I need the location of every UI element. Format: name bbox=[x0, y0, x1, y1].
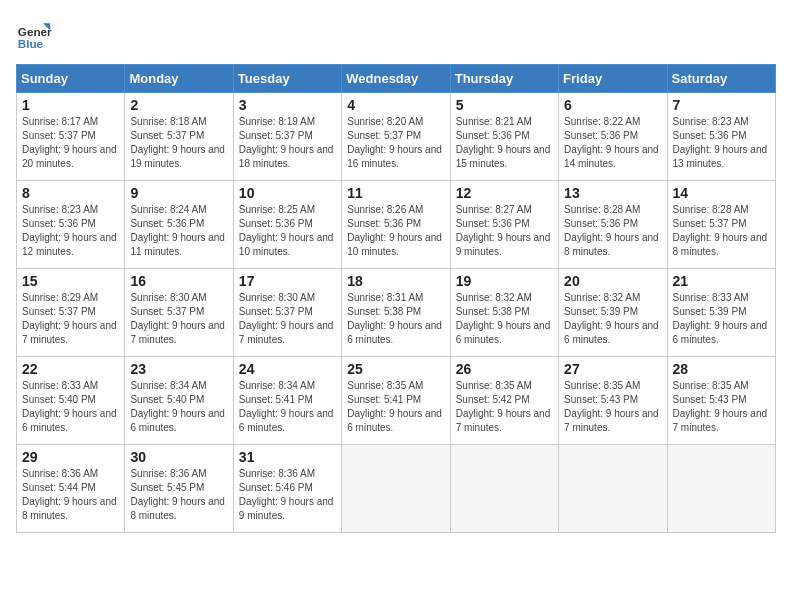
day-cell-14: 14Sunrise: 8:28 AMSunset: 5:37 PMDayligh… bbox=[667, 181, 775, 269]
cell-detail: Sunrise: 8:23 AMSunset: 5:36 PMDaylight:… bbox=[673, 115, 770, 171]
cell-detail: Sunrise: 8:26 AMSunset: 5:36 PMDaylight:… bbox=[347, 203, 444, 259]
day-cell-3: 3Sunrise: 8:19 AMSunset: 5:37 PMDaylight… bbox=[233, 93, 341, 181]
day-number: 7 bbox=[673, 97, 770, 113]
day-cell-5: 5Sunrise: 8:21 AMSunset: 5:36 PMDaylight… bbox=[450, 93, 558, 181]
day-cell-6: 6Sunrise: 8:22 AMSunset: 5:36 PMDaylight… bbox=[559, 93, 667, 181]
cell-detail: Sunrise: 8:35 AMSunset: 5:42 PMDaylight:… bbox=[456, 379, 553, 435]
day-number: 30 bbox=[130, 449, 227, 465]
day-cell-10: 10Sunrise: 8:25 AMSunset: 5:36 PMDayligh… bbox=[233, 181, 341, 269]
calendar-row: 29Sunrise: 8:36 AMSunset: 5:44 PMDayligh… bbox=[17, 445, 776, 533]
cell-detail: Sunrise: 8:35 AMSunset: 5:43 PMDaylight:… bbox=[673, 379, 770, 435]
cell-detail: Sunrise: 8:20 AMSunset: 5:37 PMDaylight:… bbox=[347, 115, 444, 171]
day-number: 24 bbox=[239, 361, 336, 377]
svg-text:Blue: Blue bbox=[18, 37, 44, 50]
day-cell-15: 15Sunrise: 8:29 AMSunset: 5:37 PMDayligh… bbox=[17, 269, 125, 357]
day-number: 21 bbox=[673, 273, 770, 289]
cell-detail: Sunrise: 8:18 AMSunset: 5:37 PMDaylight:… bbox=[130, 115, 227, 171]
cell-detail: Sunrise: 8:28 AMSunset: 5:36 PMDaylight:… bbox=[564, 203, 661, 259]
day-cell-31: 31Sunrise: 8:36 AMSunset: 5:46 PMDayligh… bbox=[233, 445, 341, 533]
cell-detail: Sunrise: 8:22 AMSunset: 5:36 PMDaylight:… bbox=[564, 115, 661, 171]
day-cell-9: 9Sunrise: 8:24 AMSunset: 5:36 PMDaylight… bbox=[125, 181, 233, 269]
day-number: 10 bbox=[239, 185, 336, 201]
day-number: 25 bbox=[347, 361, 444, 377]
day-number: 31 bbox=[239, 449, 336, 465]
day-cell-26: 26Sunrise: 8:35 AMSunset: 5:42 PMDayligh… bbox=[450, 357, 558, 445]
calendar-row: 8Sunrise: 8:23 AMSunset: 5:36 PMDaylight… bbox=[17, 181, 776, 269]
day-cell-19: 19Sunrise: 8:32 AMSunset: 5:38 PMDayligh… bbox=[450, 269, 558, 357]
day-number: 5 bbox=[456, 97, 553, 113]
day-number: 13 bbox=[564, 185, 661, 201]
empty-cell bbox=[667, 445, 775, 533]
day-cell-13: 13Sunrise: 8:28 AMSunset: 5:36 PMDayligh… bbox=[559, 181, 667, 269]
cell-detail: Sunrise: 8:30 AMSunset: 5:37 PMDaylight:… bbox=[239, 291, 336, 347]
day-number: 18 bbox=[347, 273, 444, 289]
cell-detail: Sunrise: 8:36 AMSunset: 5:44 PMDaylight:… bbox=[22, 467, 119, 523]
cell-detail: Sunrise: 8:17 AMSunset: 5:37 PMDaylight:… bbox=[22, 115, 119, 171]
calendar-row: 22Sunrise: 8:33 AMSunset: 5:40 PMDayligh… bbox=[17, 357, 776, 445]
day-number: 15 bbox=[22, 273, 119, 289]
day-number: 17 bbox=[239, 273, 336, 289]
cell-detail: Sunrise: 8:33 AMSunset: 5:40 PMDaylight:… bbox=[22, 379, 119, 435]
day-number: 27 bbox=[564, 361, 661, 377]
cell-detail: Sunrise: 8:29 AMSunset: 5:37 PMDaylight:… bbox=[22, 291, 119, 347]
day-cell-16: 16Sunrise: 8:30 AMSunset: 5:37 PMDayligh… bbox=[125, 269, 233, 357]
weekday-saturday: Saturday bbox=[667, 65, 775, 93]
day-cell-4: 4Sunrise: 8:20 AMSunset: 5:37 PMDaylight… bbox=[342, 93, 450, 181]
weekday-monday: Monday bbox=[125, 65, 233, 93]
day-cell-24: 24Sunrise: 8:34 AMSunset: 5:41 PMDayligh… bbox=[233, 357, 341, 445]
weekday-wednesday: Wednesday bbox=[342, 65, 450, 93]
day-cell-17: 17Sunrise: 8:30 AMSunset: 5:37 PMDayligh… bbox=[233, 269, 341, 357]
cell-detail: Sunrise: 8:25 AMSunset: 5:36 PMDaylight:… bbox=[239, 203, 336, 259]
cell-detail: Sunrise: 8:32 AMSunset: 5:39 PMDaylight:… bbox=[564, 291, 661, 347]
cell-detail: Sunrise: 8:36 AMSunset: 5:45 PMDaylight:… bbox=[130, 467, 227, 523]
weekday-sunday: Sunday bbox=[17, 65, 125, 93]
day-cell-7: 7Sunrise: 8:23 AMSunset: 5:36 PMDaylight… bbox=[667, 93, 775, 181]
cell-detail: Sunrise: 8:31 AMSunset: 5:38 PMDaylight:… bbox=[347, 291, 444, 347]
day-number: 11 bbox=[347, 185, 444, 201]
day-cell-18: 18Sunrise: 8:31 AMSunset: 5:38 PMDayligh… bbox=[342, 269, 450, 357]
calendar-row: 15Sunrise: 8:29 AMSunset: 5:37 PMDayligh… bbox=[17, 269, 776, 357]
calendar: SundayMondayTuesdayWednesdayThursdayFrid… bbox=[16, 64, 776, 533]
cell-detail: Sunrise: 8:35 AMSunset: 5:41 PMDaylight:… bbox=[347, 379, 444, 435]
day-number: 19 bbox=[456, 273, 553, 289]
day-cell-27: 27Sunrise: 8:35 AMSunset: 5:43 PMDayligh… bbox=[559, 357, 667, 445]
header: General Blue bbox=[16, 16, 776, 52]
day-number: 9 bbox=[130, 185, 227, 201]
day-number: 1 bbox=[22, 97, 119, 113]
logo: General Blue bbox=[16, 16, 52, 52]
empty-cell bbox=[559, 445, 667, 533]
weekday-friday: Friday bbox=[559, 65, 667, 93]
cell-detail: Sunrise: 8:36 AMSunset: 5:46 PMDaylight:… bbox=[239, 467, 336, 523]
day-cell-29: 29Sunrise: 8:36 AMSunset: 5:44 PMDayligh… bbox=[17, 445, 125, 533]
day-cell-11: 11Sunrise: 8:26 AMSunset: 5:36 PMDayligh… bbox=[342, 181, 450, 269]
day-cell-12: 12Sunrise: 8:27 AMSunset: 5:36 PMDayligh… bbox=[450, 181, 558, 269]
day-number: 4 bbox=[347, 97, 444, 113]
day-cell-23: 23Sunrise: 8:34 AMSunset: 5:40 PMDayligh… bbox=[125, 357, 233, 445]
day-cell-21: 21Sunrise: 8:33 AMSunset: 5:39 PMDayligh… bbox=[667, 269, 775, 357]
logo-icon: General Blue bbox=[16, 16, 52, 52]
cell-detail: Sunrise: 8:30 AMSunset: 5:37 PMDaylight:… bbox=[130, 291, 227, 347]
cell-detail: Sunrise: 8:24 AMSunset: 5:36 PMDaylight:… bbox=[130, 203, 227, 259]
day-cell-1: 1Sunrise: 8:17 AMSunset: 5:37 PMDaylight… bbox=[17, 93, 125, 181]
day-number: 12 bbox=[456, 185, 553, 201]
day-number: 6 bbox=[564, 97, 661, 113]
day-cell-8: 8Sunrise: 8:23 AMSunset: 5:36 PMDaylight… bbox=[17, 181, 125, 269]
cell-detail: Sunrise: 8:28 AMSunset: 5:37 PMDaylight:… bbox=[673, 203, 770, 259]
day-number: 20 bbox=[564, 273, 661, 289]
day-number: 8 bbox=[22, 185, 119, 201]
cell-detail: Sunrise: 8:34 AMSunset: 5:41 PMDaylight:… bbox=[239, 379, 336, 435]
day-number: 22 bbox=[22, 361, 119, 377]
day-number: 16 bbox=[130, 273, 227, 289]
cell-detail: Sunrise: 8:27 AMSunset: 5:36 PMDaylight:… bbox=[456, 203, 553, 259]
cell-detail: Sunrise: 8:34 AMSunset: 5:40 PMDaylight:… bbox=[130, 379, 227, 435]
empty-cell bbox=[450, 445, 558, 533]
calendar-row: 1Sunrise: 8:17 AMSunset: 5:37 PMDaylight… bbox=[17, 93, 776, 181]
cell-detail: Sunrise: 8:19 AMSunset: 5:37 PMDaylight:… bbox=[239, 115, 336, 171]
empty-cell bbox=[342, 445, 450, 533]
cell-detail: Sunrise: 8:21 AMSunset: 5:36 PMDaylight:… bbox=[456, 115, 553, 171]
day-number: 3 bbox=[239, 97, 336, 113]
day-cell-28: 28Sunrise: 8:35 AMSunset: 5:43 PMDayligh… bbox=[667, 357, 775, 445]
cell-detail: Sunrise: 8:35 AMSunset: 5:43 PMDaylight:… bbox=[564, 379, 661, 435]
day-number: 23 bbox=[130, 361, 227, 377]
day-cell-20: 20Sunrise: 8:32 AMSunset: 5:39 PMDayligh… bbox=[559, 269, 667, 357]
